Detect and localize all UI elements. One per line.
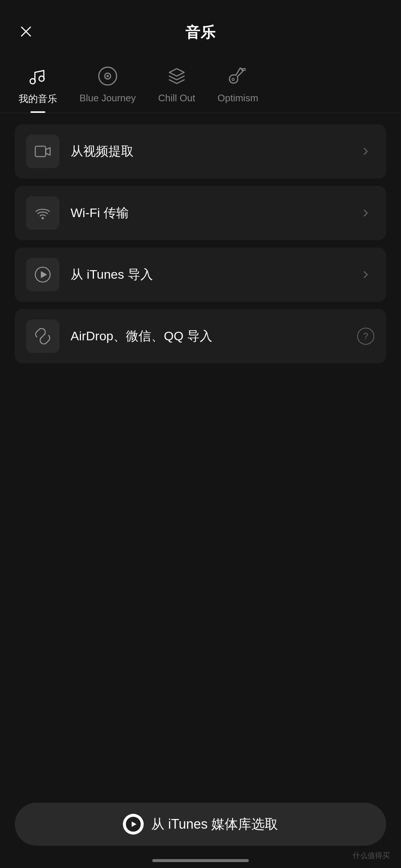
svg-point-11: [42, 217, 44, 219]
tab-chill-out-label: Chill Out: [158, 92, 195, 104]
tab-bar: 我的音乐 Blue Journey Chill Out: [0, 50, 401, 113]
link-icon: [26, 320, 59, 353]
list-item-itunes-import[interactable]: 从 iTunes 导入: [15, 248, 386, 302]
tab-blue-journey[interactable]: Blue Journey: [68, 61, 147, 113]
svg-line-13: [40, 334, 45, 338]
import-list: 从视频提取 Wi-Fi 传输: [0, 113, 401, 374]
chevron-right-icon-3: [356, 265, 375, 284]
svg-point-9: [232, 78, 234, 81]
tab-optimism[interactable]: Optimism: [206, 61, 270, 113]
svg-point-6: [107, 75, 109, 77]
layers-icon: [166, 65, 188, 87]
tab-blue-journey-label: Blue Journey: [79, 92, 136, 104]
watermark: 什么值得买: [353, 851, 390, 861]
list-item-wifi-transfer[interactable]: Wi-Fi 传输: [15, 186, 386, 240]
home-indicator: [152, 859, 249, 862]
chevron-right-icon: [356, 142, 375, 161]
extract-video-label: 从视频提取: [71, 143, 356, 160]
video-icon: [26, 135, 59, 168]
itunes-library-label: 从 iTunes 媒体库选取: [151, 815, 278, 833]
list-item-airdrop-import[interactable]: AirDrop、微信、QQ 导入 ?: [15, 309, 386, 363]
tab-chill-out[interactable]: Chill Out: [147, 61, 206, 113]
header: 音乐: [0, 0, 401, 50]
help-icon[interactable]: ?: [356, 327, 375, 345]
wifi-transfer-label: Wi-Fi 传输: [71, 204, 356, 222]
close-button[interactable]: [15, 20, 37, 43]
tab-my-music-label: 我的音乐: [19, 92, 57, 105]
svg-rect-10: [35, 146, 46, 157]
itunes-library-button[interactable]: 从 iTunes 媒体库选取: [15, 803, 386, 846]
page-title: 音乐: [185, 22, 216, 43]
svg-text:?: ?: [363, 331, 368, 341]
itunes-import-label: 从 iTunes 导入: [71, 266, 356, 283]
list-item-extract-video[interactable]: 从视频提取: [15, 124, 386, 178]
itunes-bottom-icon: [123, 814, 144, 835]
music-note-icon: [27, 65, 49, 87]
music-circle-icon: [26, 258, 59, 291]
chevron-right-icon-2: [356, 204, 375, 222]
airdrop-import-label: AirDrop、微信、QQ 导入: [71, 328, 356, 345]
tab-optimism-label: Optimism: [218, 92, 258, 104]
wifi-icon: [26, 196, 59, 230]
guitar-icon: [227, 65, 249, 87]
tab-my-music[interactable]: 我的音乐: [7, 61, 68, 113]
disc-icon: [97, 65, 119, 87]
